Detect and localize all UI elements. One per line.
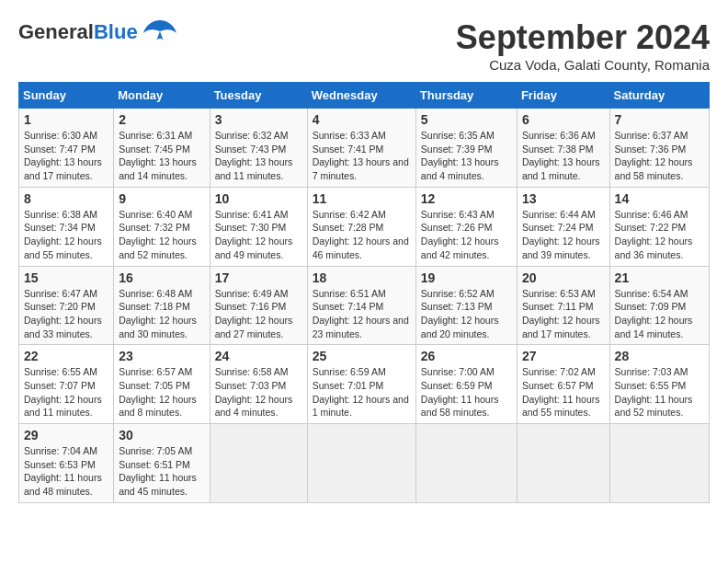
day-cell [210, 424, 307, 503]
day-cell [609, 424, 709, 503]
logo-general: General [18, 20, 94, 43]
day-number: 3 [215, 112, 302, 127]
location-title: Cuza Voda, Galati County, Romania [456, 57, 710, 73]
day-cell: 28Sunrise: 7:03 AM Sunset: 6:55 PM Dayli… [609, 345, 709, 424]
day-number: 10 [215, 191, 302, 206]
day-info: Sunrise: 6:51 AM Sunset: 7:14 PM Dayligh… [313, 287, 411, 341]
calendar-table: SundayMondayTuesdayWednesdayThursdayFrid… [18, 82, 710, 503]
day-cell: 5Sunrise: 6:35 AM Sunset: 7:39 PM Daylig… [415, 109, 517, 188]
day-info: Sunrise: 6:30 AM Sunset: 7:47 PM Dayligh… [24, 129, 108, 183]
day-info: Sunrise: 6:53 AM Sunset: 7:11 PM Dayligh… [522, 287, 605, 341]
logo: GeneralBlue [18, 18, 176, 46]
day-number: 24 [215, 349, 302, 363]
week-row-5: 29Sunrise: 7:04 AM Sunset: 6:53 PM Dayli… [19, 424, 710, 503]
day-info: Sunrise: 6:59 AM Sunset: 7:01 PM Dayligh… [313, 365, 411, 419]
day-cell: 20Sunrise: 6:53 AM Sunset: 7:11 PM Dayli… [517, 266, 609, 345]
day-number: 5 [421, 112, 512, 127]
weekday-header-tuesday: Tuesday [210, 83, 307, 109]
day-number: 4 [313, 112, 411, 127]
day-cell: 21Sunrise: 6:54 AM Sunset: 7:09 PM Dayli… [609, 266, 709, 345]
day-number: 25 [313, 349, 411, 363]
day-number: 8 [24, 191, 108, 206]
day-cell: 13Sunrise: 6:44 AM Sunset: 7:24 PM Dayli… [517, 187, 609, 266]
day-info: Sunrise: 6:37 AM Sunset: 7:36 PM Dayligh… [615, 129, 704, 183]
weekday-header-thursday: Thursday [415, 83, 517, 109]
day-cell: 18Sunrise: 6:51 AM Sunset: 7:14 PM Dayli… [307, 266, 415, 345]
day-number: 2 [119, 112, 204, 127]
day-info: Sunrise: 6:46 AM Sunset: 7:22 PM Dayligh… [615, 208, 704, 262]
day-number: 21 [615, 270, 704, 285]
day-cell: 12Sunrise: 6:43 AM Sunset: 7:26 PM Dayli… [415, 187, 517, 266]
day-info: Sunrise: 6:32 AM Sunset: 7:43 PM Dayligh… [215, 129, 302, 183]
day-number: 30 [119, 428, 204, 442]
day-cell: 2Sunrise: 6:31 AM Sunset: 7:45 PM Daylig… [114, 109, 210, 188]
weekday-header-saturday: Saturday [609, 83, 709, 109]
weekday-header-monday: Monday [114, 83, 210, 109]
day-info: Sunrise: 6:48 AM Sunset: 7:18 PM Dayligh… [119, 287, 204, 341]
day-cell: 23Sunrise: 6:57 AM Sunset: 7:05 PM Dayli… [114, 345, 210, 424]
day-number: 20 [522, 270, 605, 285]
day-number: 9 [119, 191, 204, 206]
week-row-2: 8Sunrise: 6:38 AM Sunset: 7:34 PM Daylig… [19, 187, 710, 266]
day-info: Sunrise: 6:38 AM Sunset: 7:34 PM Dayligh… [24, 208, 108, 262]
day-info: Sunrise: 6:58 AM Sunset: 7:03 PM Dayligh… [215, 365, 302, 419]
day-number: 13 [522, 191, 605, 206]
week-row-3: 15Sunrise: 6:47 AM Sunset: 7:20 PM Dayli… [19, 266, 710, 345]
day-number: 18 [313, 270, 411, 285]
day-info: Sunrise: 6:44 AM Sunset: 7:24 PM Dayligh… [522, 208, 605, 262]
weekday-header-row: SundayMondayTuesdayWednesdayThursdayFrid… [19, 83, 710, 109]
day-number: 16 [119, 270, 204, 285]
day-info: Sunrise: 6:47 AM Sunset: 7:20 PM Dayligh… [24, 287, 108, 341]
day-number: 7 [615, 112, 704, 127]
day-cell: 27Sunrise: 7:02 AM Sunset: 6:57 PM Dayli… [517, 345, 609, 424]
day-number: 26 [421, 349, 512, 363]
logo-blue: Blue [94, 20, 138, 43]
day-number: 14 [615, 191, 704, 206]
page-header: GeneralBlue September 2024 Cuza Voda, Ga… [18, 18, 710, 73]
weekday-header-friday: Friday [517, 83, 609, 109]
day-info: Sunrise: 7:02 AM Sunset: 6:57 PM Dayligh… [522, 365, 605, 419]
day-cell: 6Sunrise: 6:36 AM Sunset: 7:38 PM Daylig… [517, 109, 609, 188]
day-cell: 8Sunrise: 6:38 AM Sunset: 7:34 PM Daylig… [19, 187, 114, 266]
day-number: 17 [215, 270, 302, 285]
day-info: Sunrise: 6:54 AM Sunset: 7:09 PM Dayligh… [615, 287, 704, 341]
logo-bird-icon [143, 17, 176, 42]
weekday-header-sunday: Sunday [19, 83, 114, 109]
day-number: 1 [24, 112, 108, 127]
week-row-1: 1Sunrise: 6:30 AM Sunset: 7:47 PM Daylig… [19, 109, 710, 188]
day-cell: 15Sunrise: 6:47 AM Sunset: 7:20 PM Dayli… [19, 266, 114, 345]
weekday-header-wednesday: Wednesday [307, 83, 415, 109]
day-cell: 9Sunrise: 6:40 AM Sunset: 7:32 PM Daylig… [114, 187, 210, 266]
day-info: Sunrise: 6:35 AM Sunset: 7:39 PM Dayligh… [421, 129, 512, 183]
day-number: 15 [24, 270, 108, 285]
day-cell: 19Sunrise: 6:52 AM Sunset: 7:13 PM Dayli… [415, 266, 517, 345]
day-cell [517, 424, 609, 503]
day-info: Sunrise: 6:43 AM Sunset: 7:26 PM Dayligh… [421, 208, 512, 262]
day-info: Sunrise: 7:03 AM Sunset: 6:55 PM Dayligh… [615, 365, 704, 419]
day-number: 23 [119, 349, 204, 363]
day-info: Sunrise: 6:49 AM Sunset: 7:16 PM Dayligh… [215, 287, 302, 341]
month-title: September 2024 [456, 18, 710, 57]
day-number: 29 [24, 428, 108, 442]
week-row-4: 22Sunrise: 6:55 AM Sunset: 7:07 PM Dayli… [19, 345, 710, 424]
day-cell: 10Sunrise: 6:41 AM Sunset: 7:30 PM Dayli… [210, 187, 307, 266]
day-info: Sunrise: 6:41 AM Sunset: 7:30 PM Dayligh… [215, 208, 302, 262]
day-number: 22 [24, 349, 108, 363]
title-area: September 2024 Cuza Voda, Galati County,… [456, 18, 710, 73]
day-cell: 14Sunrise: 6:46 AM Sunset: 7:22 PM Dayli… [609, 187, 709, 266]
day-cell: 26Sunrise: 7:00 AM Sunset: 6:59 PM Dayli… [415, 345, 517, 424]
day-info: Sunrise: 6:33 AM Sunset: 7:41 PM Dayligh… [313, 129, 411, 183]
day-info: Sunrise: 6:31 AM Sunset: 7:45 PM Dayligh… [119, 129, 204, 183]
day-cell: 17Sunrise: 6:49 AM Sunset: 7:16 PM Dayli… [210, 266, 307, 345]
day-cell: 4Sunrise: 6:33 AM Sunset: 7:41 PM Daylig… [307, 109, 415, 188]
day-info: Sunrise: 6:57 AM Sunset: 7:05 PM Dayligh… [119, 365, 204, 419]
day-cell: 1Sunrise: 6:30 AM Sunset: 7:47 PM Daylig… [19, 109, 114, 188]
day-number: 6 [522, 112, 605, 127]
day-cell [415, 424, 517, 503]
day-cell: 25Sunrise: 6:59 AM Sunset: 7:01 PM Dayli… [307, 345, 415, 424]
day-info: Sunrise: 6:36 AM Sunset: 7:38 PM Dayligh… [522, 129, 605, 183]
day-cell: 22Sunrise: 6:55 AM Sunset: 7:07 PM Dayli… [19, 345, 114, 424]
day-info: Sunrise: 6:40 AM Sunset: 7:32 PM Dayligh… [119, 208, 204, 262]
day-info: Sunrise: 7:00 AM Sunset: 6:59 PM Dayligh… [421, 365, 512, 419]
day-number: 11 [313, 191, 411, 206]
